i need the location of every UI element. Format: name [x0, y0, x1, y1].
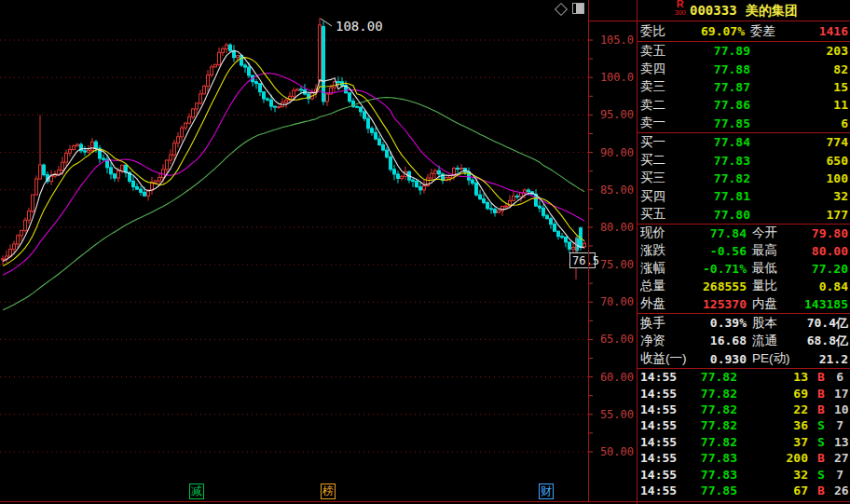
book-volume: 15 [750, 80, 850, 94]
axis-tick-label: 65.00 [600, 333, 634, 346]
buy-row[interactable]: 买三77.82100 [638, 170, 850, 187]
book-price: 77.84 [683, 135, 750, 149]
diamond-icon[interactable] [555, 3, 568, 16]
event-marker[interactable]: 榜 [321, 484, 336, 499]
tick-price: 77.83 [683, 468, 737, 482]
stock-title-bar[interactable]: R 300 000333 美的集团 [638, 0, 850, 20]
info-label: 内盘 [747, 295, 804, 312]
tick-trade-row[interactable]: 14:5577.8269B17 [638, 385, 850, 401]
book-volume: 774 [750, 135, 850, 149]
tick-time: 14:55 [640, 387, 683, 401]
info-row: 现价77.84今开79.80 [638, 225, 850, 242]
info-value: 268555 [698, 279, 747, 293]
info-label: 今开 [747, 225, 804, 241]
sell-row[interactable]: 卖五77.89203 [638, 42, 850, 60]
tick-trade-row[interactable]: 14:5577.8236S7 [638, 417, 850, 433]
tick-time: 14:55 [640, 435, 683, 449]
margin-trading-badge: R 300 [675, 0, 686, 17]
weicha-value: 1416 [801, 24, 850, 38]
tick-time: 14:55 [640, 468, 683, 482]
weibi-label: 委比 [640, 23, 683, 40]
tick-volume: 13 [737, 370, 808, 384]
tick-trade-row[interactable]: 14:5577.8237S13 [638, 434, 850, 450]
info-value: 143185 [804, 297, 850, 311]
sell-row[interactable]: 卖四77.8882 [638, 60, 850, 77]
book-level-label: 买四 [640, 188, 683, 205]
book-volume: 6 [750, 116, 850, 130]
fin-label: 净资 [640, 333, 698, 349]
tick-count: 7 [834, 468, 850, 482]
trading-app-window: 108.0076.5105.0100.095.0090.0085.0080.00… [0, 0, 850, 504]
weibi-row: 委比 69.07% 委差 1416 [638, 21, 850, 41]
tick-volume: 200 [737, 451, 808, 465]
last-price-text: 76.5 [572, 254, 599, 267]
chart-toolbar [556, 3, 584, 14]
weicha-label: 委差 [745, 23, 801, 40]
buy-row[interactable]: 买四77.8132 [638, 187, 850, 205]
axis-tick-label: 60.00 [600, 371, 634, 384]
book-level-label: 卖四 [640, 61, 683, 77]
sell-row[interactable]: 卖一77.856 [638, 115, 850, 132]
tick-side: B [808, 370, 834, 384]
book-level-label: 卖二 [640, 97, 683, 114]
axis-tick-label: 75.00 [600, 258, 634, 271]
high-price-label: 108.00 [336, 19, 383, 34]
info-value: -0.71% [698, 262, 747, 276]
axis-tick-label: 80.00 [600, 221, 634, 234]
tick-trade-row[interactable]: 14:5577.8213B6 [638, 369, 850, 385]
book-price: 77.88 [683, 62, 750, 76]
tick-volume: 69 [737, 387, 808, 401]
tick-volume: 32 [737, 468, 808, 482]
weibi-value: 69.07% [683, 24, 745, 38]
info-label: 现价 [640, 225, 698, 241]
axis-tick-label: 95.00 [600, 108, 634, 121]
tick-time: 14:55 [640, 402, 683, 416]
info-label: 涨跌 [640, 242, 698, 259]
info-row: 总量268555量比0.84 [638, 278, 850, 295]
quote-panel: R 300 000333 美的集团 委比 69.07% 委差 1416 卖五77… [638, 0, 850, 504]
buy-row[interactable]: 买一77.84774 [638, 133, 850, 151]
sell-row[interactable]: 卖三77.8715 [638, 78, 850, 96]
tick-trade-row[interactable]: 14:5577.8332S7 [638, 466, 850, 482]
tick-count: 7 [834, 418, 850, 432]
bottom-border [0, 501, 850, 502]
sell-row[interactable]: 卖二77.8611 [638, 96, 850, 114]
tick-side: S [808, 418, 834, 432]
tick-trade-row[interactable]: 14:5577.8567B26 [638, 483, 850, 498]
axis-tick-label: 70.00 [600, 295, 634, 308]
fin-label: 股本 [747, 315, 804, 332]
axis-tick-label: 105.0 [600, 34, 634, 47]
tick-trade-list[interactable]: 14:5577.8213B614:5577.8269B1714:5577.822… [638, 369, 850, 498]
info-value: 0.84 [804, 279, 850, 293]
fin-value: 0.39% [698, 316, 747, 330]
fundamental-row: 净资16.68流通68.8亿 [638, 332, 850, 349]
event-marker[interactable]: 财 [539, 484, 554, 499]
book-price: 77.82 [683, 171, 750, 185]
info-label: 总量 [640, 278, 698, 294]
stock-code: 000333 [690, 3, 737, 18]
book-volume: 650 [750, 154, 850, 168]
split-panel-icon[interactable] [572, 3, 584, 14]
fin-value: 70.4亿 [804, 315, 850, 332]
tick-count: 10 [834, 402, 850, 416]
book-price: 77.87 [683, 80, 750, 94]
tick-time: 14:55 [640, 484, 683, 497]
tick-trade-row[interactable]: 14:5577.83200B27 [638, 450, 850, 466]
tick-price: 77.82 [683, 402, 737, 416]
fin-value: 0.930 [698, 352, 747, 366]
book-level-label: 卖五 [640, 43, 683, 60]
sell-order-book: 卖五77.89203卖四77.8882卖三77.8715卖二77.8611卖一7… [638, 42, 850, 132]
fin-label: 换手 [640, 315, 698, 332]
info-value: 77.84 [698, 226, 747, 240]
event-marker[interactable]: 减 [189, 484, 204, 499]
candles [2, 18, 586, 266]
buy-row[interactable]: 买二77.83650 [638, 151, 850, 169]
axis-tick-label: 55.00 [600, 408, 634, 421]
book-volume: 82 [750, 62, 850, 76]
tick-trade-row[interactable]: 14:5577.8222B10 [638, 402, 850, 417]
fin-value: 68.8亿 [804, 333, 850, 349]
buy-row[interactable]: 买五77.80177 [638, 206, 850, 224]
info-label: 涨幅 [640, 260, 698, 277]
fin-label: 收益(一) [640, 350, 698, 367]
fin-label: 流通 [747, 333, 804, 349]
